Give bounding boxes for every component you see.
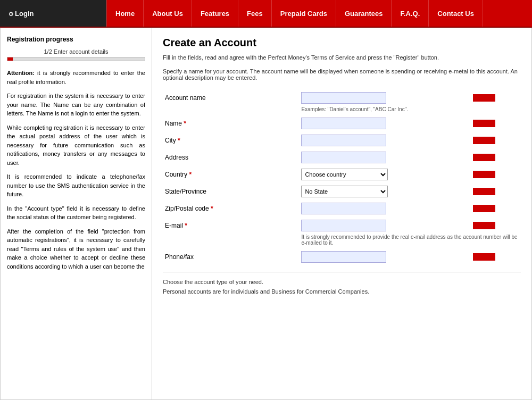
zip-row: Zip/Postal code * [163, 200, 521, 217]
intro-text: Fill in the fields, read and agree with … [163, 54, 521, 61]
state-label: State/Province [163, 183, 299, 200]
state-row: State/Province No State [163, 183, 521, 200]
country-label: Country * [163, 166, 299, 183]
country-select-cell: Choose country [299, 166, 469, 183]
sidebar-para2: For registration in the system it is nec… [7, 91, 145, 118]
main-nav: Home About Us Features Fees Prepaid Card… [106, 0, 532, 27]
subtext: Specify a name for your account. The acc… [163, 68, 521, 81]
email-input-cell [299, 217, 469, 234]
form-table: Account name Examples: "Daniel's account… [163, 89, 521, 265]
address-label: Address [163, 149, 299, 166]
account-name-input-cell [299, 89, 469, 106]
nav-about[interactable]: About Us [144, 0, 192, 27]
nav-home[interactable]: Home [106, 0, 144, 27]
form-divider [163, 272, 521, 272]
name-required-indicator [473, 120, 495, 127]
bottom-text-2: Personal accounts are for individuals an… [163, 288, 521, 295]
phone-required-indicator [473, 253, 495, 261]
address-row: Address [163, 149, 521, 166]
name-indicator [470, 115, 521, 132]
login-area[interactable]: Login [0, 0, 106, 27]
sidebar-title: Registration progress [7, 36, 145, 43]
account-name-row: Account name [163, 89, 521, 106]
nav-faq[interactable]: F.A.Q. [392, 0, 429, 27]
bottom-text-1: Choose the account type of your need. [163, 279, 521, 285]
country-row: Country * Choose country [163, 166, 521, 183]
sidebar-para6: After the completion of the field "prote… [7, 227, 145, 271]
email-row: E-mail * [163, 217, 521, 234]
sidebar-para4: It is recommended to indicate a telephon… [7, 172, 145, 199]
required-indicator [473, 94, 495, 102]
login-link[interactable]: Login [9, 10, 34, 18]
address-indicator [470, 149, 521, 166]
email-required: * [185, 222, 187, 229]
attention-bold: Attention: [7, 70, 35, 76]
zip-label: Zip/Postal code * [163, 200, 299, 217]
city-indicator [470, 132, 521, 149]
progress-bar-outer [7, 57, 145, 61]
progress-bar-inner [7, 57, 13, 61]
nav-prepaid[interactable]: Prepaid Cards [272, 0, 336, 27]
zip-required: * [211, 205, 213, 212]
account-name-note: Examples: "Daniel's account", "ABC Car I… [299, 106, 521, 115]
sidebar-para3: While completing registration it is nece… [7, 123, 145, 168]
sidebar-para1: Attention: it is strongly recommended to… [7, 69, 145, 86]
nav-guarantees[interactable]: Guarantees [336, 0, 392, 27]
phone-input-cell [299, 248, 469, 265]
nav-fees[interactable]: Fees [238, 0, 272, 27]
account-name-indicator [470, 89, 521, 106]
city-required: * [178, 137, 180, 144]
sidebar: Registration progress 1/2 Enter account … [1, 28, 152, 399]
email-input[interactable] [301, 220, 386, 231]
city-input[interactable] [301, 135, 386, 146]
state-required-indicator [473, 188, 495, 195]
name-row: Name * [163, 115, 521, 132]
name-required: * [184, 120, 186, 127]
country-required: * [189, 171, 192, 178]
topbar: Login Home About Us Features Fees Prepai… [0, 0, 532, 28]
zip-indicator [470, 200, 521, 217]
city-row: City * [163, 132, 521, 149]
address-required-indicator [473, 154, 495, 161]
name-label: Name * [163, 115, 299, 132]
registration-form: complete information Account name [163, 89, 521, 295]
address-input[interactable] [301, 152, 386, 163]
main-layout: Registration progress 1/2 Enter account … [0, 28, 532, 400]
phone-label: Phone/fax [163, 248, 299, 265]
account-name-input[interactable] [301, 92, 386, 104]
account-name-note-row: Examples: "Daniel's account", "ABC Car I… [163, 106, 521, 115]
email-note: It is strongly recommended to provide th… [299, 234, 521, 248]
progress-label: 1/2 Enter account details [7, 48, 145, 55]
phone-input[interactable] [301, 251, 386, 263]
city-required-indicator [473, 137, 495, 144]
zip-input-cell [299, 200, 469, 217]
email-note-row: It is strongly recommended to provide th… [163, 234, 521, 248]
page-title: Create an Account [163, 37, 521, 49]
state-indicator [470, 183, 521, 200]
city-input-cell [299, 132, 469, 149]
email-required-indicator [473, 222, 495, 229]
nav-features[interactable]: Features [192, 0, 238, 27]
name-input[interactable] [301, 118, 386, 129]
content-area: Create an Account Fill in the fields, re… [152, 28, 531, 399]
account-name-label: Account name [163, 89, 299, 106]
zip-input[interactable] [301, 203, 386, 214]
country-required-indicator [473, 171, 495, 178]
name-input-cell [299, 115, 469, 132]
email-indicator [470, 217, 521, 234]
address-input-cell [299, 149, 469, 166]
country-select[interactable]: Choose country [301, 169, 388, 180]
nav-contact[interactable]: Contact Us [429, 0, 483, 27]
city-label: City * [163, 132, 299, 149]
phone-row: Phone/fax [163, 248, 521, 265]
sidebar-para5: In the "Account type" field it is necess… [7, 204, 145, 222]
email-label: E-mail * [163, 217, 299, 234]
country-indicator [470, 166, 521, 183]
state-select[interactable]: No State [301, 186, 388, 197]
phone-indicator [470, 248, 521, 265]
zip-required-indicator [473, 205, 495, 212]
state-select-cell: No State [299, 183, 469, 200]
